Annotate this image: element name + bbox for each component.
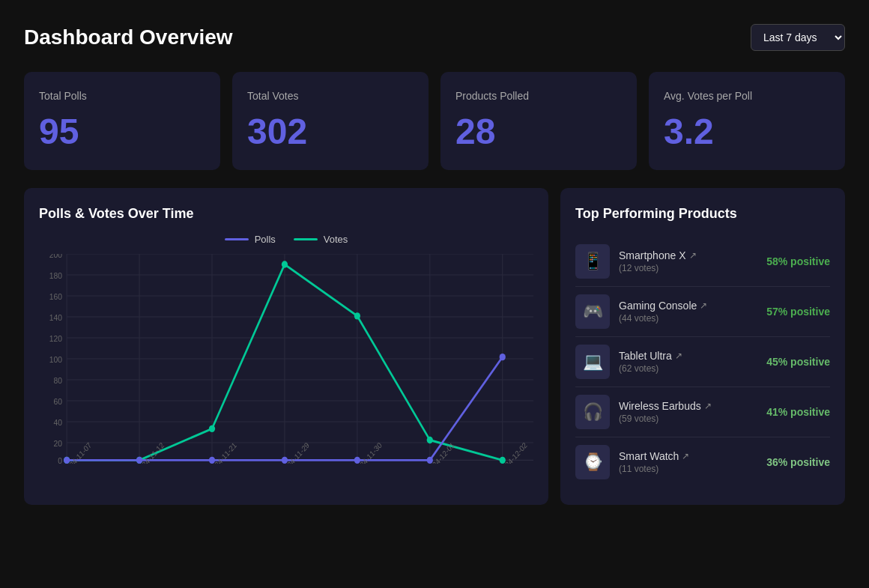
product-pct-1: 57% positive [766,306,830,318]
product-thumb-3: 🎧 [575,395,610,429]
product-name-0: Smartphone X ↗ [619,249,757,261]
page-header: Dashboard Overview Last 7 days Last 30 d… [24,24,845,51]
stat-value-2: 28 [455,111,622,152]
svg-text:40: 40 [53,417,61,427]
product-thumb-2: 💻 [575,345,610,379]
svg-text:100: 100 [49,354,62,364]
chart-area: 200 180 160 140 120 100 80 60 40 20 0 [39,254,533,464]
product-pct-4: 36% positive [766,456,830,468]
legend-polls-line [225,238,249,240]
product-item-2: 💻 Tablet Ultra ↗ (62 votes) 45% positive [575,337,830,387]
svg-text:60: 60 [53,396,61,406]
svg-text:160: 160 [49,291,62,301]
product-name-2: Tablet Ultra ↗ [619,350,757,362]
product-votes-4: (11 votes) [619,464,757,474]
top-products-title: Top Performing Products [575,206,830,222]
legend-votes-label: Votes [324,234,348,245]
product-thumb-0: 📱 [575,244,610,279]
product-link-icon-0: ↗ [689,250,697,261]
chart-title: Polls & Votes Over Time [39,206,533,222]
product-item-0: 📱 Smartphone X ↗ (12 votes) 58% positive [575,237,830,287]
svg-text:180: 180 [49,270,62,280]
stat-value-0: 95 [39,111,205,152]
stat-label-2: Products Polled [455,90,622,102]
stat-card-0: Total Polls 95 [24,72,220,170]
svg-text:140: 140 [49,312,62,322]
product-info-1: Gaming Console ↗ (44 votes) [619,300,757,324]
page-title: Dashboard Overview [24,25,233,49]
bottom-row: Polls & Votes Over Time Polls Votes [24,188,845,505]
chart-legend: Polls Votes [39,234,533,245]
product-link-icon-1: ↗ [700,300,707,311]
stat-value-3: 3.2 [664,111,830,152]
product-votes-1: (44 votes) [619,313,757,324]
stat-label-0: Total Polls [39,90,205,102]
product-thumb-1: 🎮 [575,294,610,329]
svg-text:20: 20 [53,438,61,448]
chart-svg: 200 180 160 140 120 100 80 60 40 20 0 [39,254,533,464]
legend-votes: Votes [294,234,348,245]
svg-point-32 [282,261,288,267]
product-link-icon-2: ↗ [675,351,682,361]
product-info-0: Smartphone X ↗ (12 votes) [619,249,757,273]
product-votes-0: (12 votes) [619,263,757,273]
product-votes-3: (59 votes) [619,413,757,424]
product-pct-0: 58% positive [766,255,830,267]
svg-point-42 [500,354,506,360]
svg-point-33 [354,312,360,319]
stat-cards-container: Total Polls 95 Total Votes 302 Products … [24,72,845,170]
product-votes-2: (62 votes) [619,363,757,374]
stat-card-3: Avg. Votes per Poll 3.2 [649,72,845,170]
legend-polls-label: Polls [255,234,276,245]
stat-card-2: Products Polled 28 [440,72,637,170]
stat-label-1: Total Votes [247,90,414,102]
product-info-4: Smart Watch ↗ (11 votes) [619,450,757,474]
legend-votes-line [294,238,318,240]
product-link-icon-3: ↗ [704,401,712,411]
products-list: 📱 Smartphone X ↗ (12 votes) 58% positive… [575,237,830,487]
product-info-3: Wireless Earbuds ↗ (59 votes) [619,400,757,424]
product-link-icon-4: ↗ [682,451,689,461]
stat-card-1: Total Votes 302 [232,72,429,170]
svg-text:0: 0 [58,455,62,464]
product-name-4: Smart Watch ↗ [619,450,757,462]
top-products-panel: Top Performing Products 📱 Smartphone X ↗… [560,188,845,505]
svg-text:200: 200 [49,254,62,259]
product-name-3: Wireless Earbuds ↗ [619,400,757,412]
product-item-1: 🎮 Gaming Console ↗ (44 votes) 57% positi… [575,287,830,337]
product-pct-3: 41% positive [766,406,830,418]
svg-point-34 [427,437,433,443]
product-info-2: Tablet Ultra ↗ (62 votes) [619,350,757,374]
product-item-3: 🎧 Wireless Earbuds ↗ (59 votes) 41% posi… [575,387,830,437]
stat-label-3: Avg. Votes per Poll [664,90,830,102]
svg-text:120: 120 [49,333,62,343]
product-thumb-4: ⌚ [575,445,610,479]
chart-panel: Polls & Votes Over Time Polls Votes [24,188,548,505]
svg-point-31 [209,425,215,432]
legend-polls: Polls [225,234,276,245]
stat-value-1: 302 [247,111,414,152]
product-name-1: Gaming Console ↗ [619,300,757,312]
svg-text:80: 80 [53,375,61,385]
product-item-4: ⌚ Smart Watch ↗ (11 votes) 36% positive [575,437,830,487]
product-pct-2: 45% positive [766,356,830,368]
date-filter-select[interactable]: Last 7 days Last 30 days Last 90 days Al… [751,24,845,51]
